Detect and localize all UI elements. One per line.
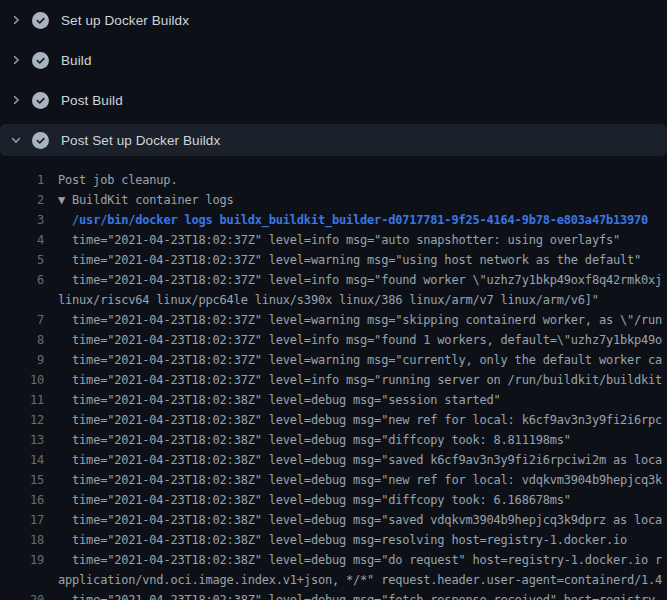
log-row: 9 time="2021-04-23T18:02:37Z" level=warn…: [0, 350, 667, 370]
log-text: time="2021-04-23T18:02:38Z" level=debug …: [58, 410, 667, 430]
line-number[interactable]: 17: [0, 510, 44, 530]
log-text: time="2021-04-23T18:02:37Z" level=warnin…: [58, 250, 667, 270]
log-row: linux/riscv64 linux/ppc64le linux/s390x …: [0, 290, 667, 310]
step-row-post-build[interactable]: Post Build: [0, 80, 667, 120]
line-number[interactable]: 20: [0, 590, 44, 600]
line-number[interactable]: 13: [0, 430, 44, 450]
step-label: Post Build: [61, 93, 123, 108]
log-row: 7 time="2021-04-23T18:02:37Z" level=warn…: [0, 310, 667, 330]
log-command-text: /usr/bin/docker logs buildx_buildkit_bui…: [58, 210, 667, 230]
log-text: time="2021-04-23T18:02:37Z" level=info m…: [58, 270, 667, 290]
line-number[interactable]: 15: [0, 470, 44, 490]
line-number[interactable]: 6: [0, 270, 44, 290]
log-row: 14 time="2021-04-23T18:02:38Z" level=deb…: [0, 450, 667, 470]
line-number[interactable]: 9: [0, 350, 44, 370]
log-text: time="2021-04-23T18:02:38Z" level=debug …: [58, 450, 667, 470]
line-number[interactable]: 19: [0, 550, 44, 570]
steps-list: Set up Docker BuildxBuildPost BuildPost …: [0, 0, 667, 160]
check-circle-icon: [32, 92, 49, 109]
log-row: 12 time="2021-04-23T18:02:38Z" level=deb…: [0, 410, 667, 430]
log-row: 10 time="2021-04-23T18:02:37Z" level=inf…: [0, 370, 667, 390]
line-number[interactable]: 3: [0, 210, 44, 230]
check-circle-icon: [32, 12, 49, 29]
log-text: linux/riscv64 linux/ppc64le linux/s390x …: [58, 290, 667, 310]
line-number[interactable]: 7: [0, 310, 44, 330]
line-number[interactable]: 5: [0, 250, 44, 270]
step-row-set-up-docker-buildx[interactable]: Set up Docker Buildx: [0, 0, 667, 40]
check-circle-icon: [32, 52, 49, 69]
log-console[interactable]: 1Post job cleanup.2▼ BuildKit container …: [0, 160, 667, 600]
chevron-down-icon: [10, 134, 22, 146]
line-number[interactable]: 4: [0, 230, 44, 250]
workflow-log-viewer: Set up Docker BuildxBuildPost BuildPost …: [0, 0, 667, 600]
log-row: application/vnd.oci.image.index.v1+json,…: [0, 570, 667, 590]
log-group-toggle[interactable]: ▼ BuildKit container logs: [58, 190, 667, 210]
log-row: 3 /usr/bin/docker logs buildx_buildkit_b…: [0, 210, 667, 230]
log-text: time="2021-04-23T18:02:37Z" level=info m…: [58, 330, 667, 350]
chevron-right-icon: [10, 14, 22, 26]
step-row-post-set-up-docker-buildx[interactable]: Post Set up Docker Buildx: [0, 120, 667, 160]
log-text: time="2021-04-23T18:02:37Z" level=info m…: [58, 370, 667, 390]
group-expanded-icon: ▼: [58, 193, 65, 207]
log-row: 8 time="2021-04-23T18:02:37Z" level=info…: [0, 330, 667, 350]
log-row: 4 time="2021-04-23T18:02:37Z" level=info…: [0, 230, 667, 250]
log-text: time="2021-04-23T18:02:38Z" level=debug …: [58, 550, 667, 570]
log-row: 15 time="2021-04-23T18:02:38Z" level=deb…: [0, 470, 667, 490]
check-circle-icon: [32, 132, 49, 149]
line-number[interactable]: 1: [0, 170, 44, 190]
log-row: 13 time="2021-04-23T18:02:38Z" level=deb…: [0, 430, 667, 450]
line-number[interactable]: 16: [0, 490, 44, 510]
log-text: time="2021-04-23T18:02:38Z" level=debug …: [58, 470, 667, 490]
line-number[interactable]: 18: [0, 530, 44, 550]
log-text: time="2021-04-23T18:02:37Z" level=warnin…: [58, 350, 667, 370]
line-number[interactable]: 10: [0, 370, 44, 390]
step-label: Set up Docker Buildx: [61, 13, 189, 28]
log-text: time="2021-04-23T18:02:38Z" level=debug …: [58, 530, 667, 550]
step-label: Build: [61, 53, 92, 68]
line-number[interactable]: 8: [0, 330, 44, 350]
chevron-right-icon: [10, 94, 22, 106]
chevron-right-icon: [10, 54, 22, 66]
line-number[interactable]: 14: [0, 450, 44, 470]
log-row: 20 time="2021-04-23T18:02:38Z" level=deb…: [0, 590, 667, 600]
log-text: time="2021-04-23T18:02:38Z" level=debug …: [58, 510, 667, 530]
log-row: 5 time="2021-04-23T18:02:37Z" level=warn…: [0, 250, 667, 270]
log-row: 17 time="2021-04-23T18:02:38Z" level=deb…: [0, 510, 667, 530]
log-row: 2▼ BuildKit container logs: [0, 190, 667, 210]
log-text: time="2021-04-23T18:02:38Z" level=debug …: [58, 430, 667, 450]
log-row: 16 time="2021-04-23T18:02:38Z" level=deb…: [0, 490, 667, 510]
log-text: time="2021-04-23T18:02:38Z" level=debug …: [58, 490, 667, 510]
log-row: 6 time="2021-04-23T18:02:37Z" level=info…: [0, 270, 667, 290]
step-row-build[interactable]: Build: [0, 40, 667, 80]
log-text: time="2021-04-23T18:02:37Z" level=info m…: [58, 230, 667, 250]
log-row: 11 time="2021-04-23T18:02:38Z" level=deb…: [0, 390, 667, 410]
log-text: application/vnd.oci.image.index.v1+json,…: [58, 570, 667, 590]
log-row: 19 time="2021-04-23T18:02:38Z" level=deb…: [0, 550, 667, 570]
log-text: time="2021-04-23T18:02:37Z" level=warnin…: [58, 310, 667, 330]
log-text: Post job cleanup.: [58, 170, 667, 190]
log-row: 1Post job cleanup.: [0, 170, 667, 190]
line-number[interactable]: 2: [0, 190, 44, 210]
step-label: Post Set up Docker Buildx: [61, 133, 220, 148]
line-number[interactable]: 11: [0, 390, 44, 410]
log-text: time="2021-04-23T18:02:38Z" level=debug …: [58, 590, 667, 600]
log-row: 18 time="2021-04-23T18:02:38Z" level=deb…: [0, 530, 667, 550]
line-number[interactable]: 12: [0, 410, 44, 430]
log-text: time="2021-04-23T18:02:38Z" level=debug …: [58, 390, 667, 410]
